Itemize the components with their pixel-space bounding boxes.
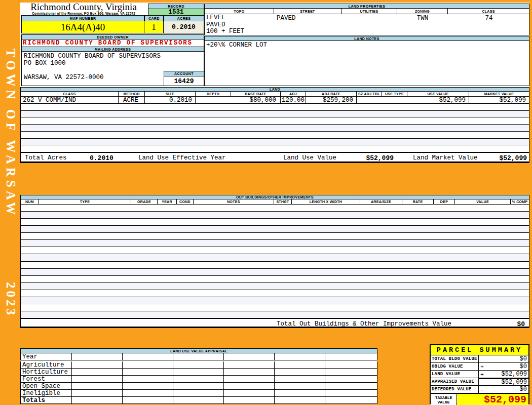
- lua-row-label: Agriculture: [21, 361, 72, 368]
- ob-col-sthgt: STHGT: [274, 199, 292, 204]
- land-properties-values: LEVEL PAVED 100 + FEET PAVED TWN 74: [204, 14, 529, 35]
- lua-row-label: Forest: [21, 376, 72, 382]
- land-empty-rows: [20, 104, 529, 152]
- ps-row-deferred: DEFERRED VALUE - $0: [431, 386, 528, 393]
- land-row-adj-rate: $259,200: [306, 97, 357, 104]
- ob-col-num: NUM: [21, 199, 39, 204]
- land-row-class: 262 V COMM/IND: [21, 97, 119, 104]
- card-header-bar: CARD: [144, 15, 164, 21]
- ob-col-comp: % COMP: [511, 199, 529, 204]
- land-col-class: CLASS: [21, 92, 119, 96]
- ps-row-taxable: TAXABLE VALUE $52,099: [431, 393, 528, 405]
- land-notes-header-bar: LAND NOTES: [204, 36, 529, 41]
- ps-row-land-value: LAND VALUE + $52,099: [431, 371, 528, 378]
- parcel-summary: PARCEL SUMMARY TOTAL BLDG VALUE $0 OBLDG…: [430, 344, 529, 404]
- ob-col-length-width: LENGTH X WIDTH: [292, 199, 360, 204]
- ob-col-notes: NOTES: [194, 199, 274, 204]
- ob-col-year: YEAR: [158, 199, 177, 204]
- col-header-topo: TOPO: [205, 9, 274, 14]
- land-col-use-value: USE VALUE: [407, 92, 469, 96]
- lua-row-label: Ineligible: [21, 390, 72, 396]
- land-properties-header-row: TOPO STREET UTILITIES ZONING CLASS: [204, 9, 529, 14]
- col-header-street: STREET: [274, 9, 341, 14]
- ob-col-rate: RATE: [402, 199, 434, 204]
- lua-row-forest: Forest: [20, 376, 377, 383]
- street-value: PAVED: [277, 15, 296, 22]
- lua-row-label: Open Space: [21, 383, 72, 389]
- land-table-header-row: CLASS METHOD SIZE DEPTH BASE RATE ADJ AD…: [20, 92, 529, 97]
- ps-amount: $0: [485, 386, 528, 393]
- ob-col-value: VALUE: [455, 199, 511, 204]
- land-use-value: $52,099: [366, 154, 394, 162]
- ob-col-grade: GRADE: [131, 199, 158, 204]
- lua-row-label: Year: [21, 353, 72, 360]
- land-market-value: $52,099: [499, 154, 527, 162]
- land-row-market-value: $52,099: [469, 97, 529, 104]
- land-col-base-rate: BASE RATE: [231, 92, 281, 96]
- ps-amount: $52,099: [485, 379, 528, 386]
- ps-label: DEFERRED VALUE: [431, 386, 479, 393]
- out-buildings-empty-rows: [20, 205, 529, 318]
- ps-op: -: [479, 386, 485, 393]
- out-buildings-title-bar: OUT BUILDINGS/OTHER IMPROVEMENTS: [20, 195, 529, 199]
- land-col-adj-rate: ADJ RATE: [306, 92, 357, 96]
- land-row-adj: 120.00: [281, 97, 306, 104]
- land-use-appraisal-table: Year Agriculture Horticulture Forest Ope…: [20, 353, 377, 404]
- land-note-text: +20\% CORNER LOT: [206, 42, 267, 49]
- land-col-depth: DEPTH: [196, 92, 231, 96]
- land-row-base-rate: $80,000: [231, 97, 281, 104]
- total-acres-label: Total Acres: [25, 154, 67, 161]
- lua-row-open-space: Open Space: [20, 383, 377, 390]
- col-header-class: CLASS: [448, 9, 529, 14]
- acres-header-bar: ACRES: [164, 15, 204, 21]
- land-row-method: ACRE: [119, 97, 145, 104]
- ps-label: LAND VALUE: [431, 371, 479, 378]
- ob-col-type: TYPE: [39, 199, 131, 204]
- ps-row-appraised: APPRAISED VALUE $52,099: [431, 378, 528, 386]
- ps-amount: $52,099: [485, 371, 528, 378]
- address-line: RICHMOND COUNTY BOARD OF SUPERVISORS: [24, 53, 161, 60]
- land-market-value-label: Land Market Value: [413, 154, 478, 161]
- land-properties-title-bar: LAND PROPERTIES: [204, 4, 529, 9]
- lua-row-totals: Totals: [20, 397, 377, 404]
- lua-row-label: Totals: [21, 397, 72, 403]
- map-number-header-bar: MAP NUMBER: [21, 15, 144, 21]
- ps-row-total-bldg: TOTAL BLDG VALUE $0: [431, 355, 528, 363]
- land-table-title-bar: LAND: [20, 87, 529, 92]
- land-use-value-label: Land Use Value: [283, 154, 336, 161]
- ps-op: +: [479, 363, 485, 370]
- taxable-value-label: TAXABLE VALUE: [431, 394, 457, 405]
- land-col-use-type: USE TYPE: [382, 92, 407, 96]
- account-value: 16429: [164, 76, 204, 86]
- address-line: PO BOX 1000: [24, 60, 66, 67]
- out-buildings-total-row: Total Out Buildings & Other Improvements…: [20, 318, 529, 328]
- deeded-owner-header-bar: DEEDED OWNER: [21, 34, 204, 39]
- topo-value-line2: PAVED: [206, 21, 225, 28]
- land-col-sz-adj-tbl: SZ ADJ TBL: [357, 92, 382, 96]
- county-header: Richmond County, Virginia Commissioner o…: [21, 2, 146, 15]
- ps-op: +: [479, 371, 485, 378]
- parcel-summary-title: PARCEL SUMMARY: [431, 345, 528, 355]
- land-notes-box: +20\% CORNER LOT: [204, 41, 529, 86]
- ps-row-obldg: OBLDG VALUE + $0: [431, 363, 528, 371]
- ob-col-cond: COND: [177, 199, 194, 204]
- lua-row-agriculture: Agriculture: [20, 361, 377, 369]
- out-buildings-header-row: NUM TYPE GRADE YEAR COND NOTES STHGT LEN…: [20, 199, 529, 205]
- deeded-owner-value: RICHMOND COUNTY BOARD OF SUPERVISORS: [21, 39, 204, 47]
- lua-row-horticulture: Horticulture: [20, 369, 377, 376]
- ps-amount: $0: [485, 355, 528, 362]
- ps-label: TOTAL BLDG VALUE: [431, 355, 479, 362]
- topo-value-line1: LEVEL: [206, 15, 225, 21]
- sidebar-year-label: 2023: [4, 282, 18, 317]
- total-acres-value: 0.2010: [90, 154, 113, 162]
- land-col-adj: ADJ: [281, 92, 306, 96]
- land-col-market-value: MARKET VALUE: [469, 92, 529, 96]
- col-header-utilities: UTILITIES: [341, 9, 397, 14]
- land-use-appraisal-title-bar: LAND USE VALUE APPRAISAL: [20, 348, 377, 353]
- land-col-method: METHOD: [119, 92, 145, 96]
- land-use-effective-year-label: Land Use Effective Year: [138, 154, 226, 161]
- land-col-size: SIZE: [145, 92, 196, 96]
- ob-col-area-size: AREA/SIZE: [360, 199, 402, 204]
- account-header-bar: ACCOUNT: [164, 71, 204, 76]
- mailing-address-header-bar: MAILING ADDRESS: [21, 47, 204, 52]
